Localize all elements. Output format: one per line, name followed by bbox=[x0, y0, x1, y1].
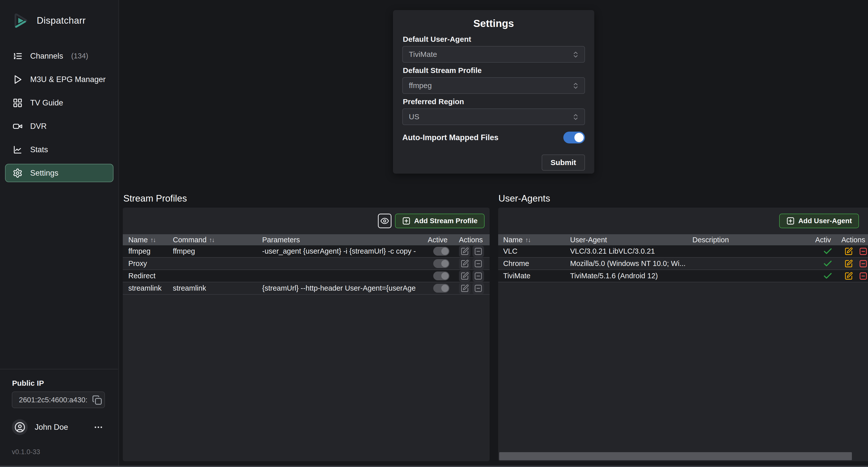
edit-button[interactable] bbox=[459, 283, 470, 294]
edit-button[interactable] bbox=[843, 246, 855, 257]
agent-string: Mozilla/5.0 (Windows NT 10.0; Wi... bbox=[570, 259, 692, 268]
grid-icon bbox=[12, 98, 23, 108]
preferred-region-label: Preferred Region bbox=[403, 97, 585, 106]
active-toggle[interactable] bbox=[433, 272, 450, 280]
default-user-agent-label: Default User-Agent bbox=[403, 35, 585, 43]
dispatcharr-logo-icon bbox=[11, 11, 30, 30]
column-header-name[interactable]: Name↑↓ bbox=[128, 236, 173, 244]
column-header-command[interactable]: Command↑↓ bbox=[173, 236, 262, 244]
select-value: ffmpeg bbox=[403, 81, 432, 90]
preferred-region-select[interactable]: US bbox=[402, 108, 585, 125]
profile-name: streamlink bbox=[128, 284, 173, 292]
default-stream-profile-label: Default Stream Profile bbox=[403, 66, 585, 75]
app-version: v0.1.0-33 bbox=[12, 448, 118, 456]
column-header-description: Description bbox=[692, 236, 815, 244]
chevrons-up-down-icon bbox=[572, 51, 580, 58]
video-camera-icon bbox=[12, 121, 23, 131]
channels-count-badge: (134) bbox=[71, 52, 88, 60]
column-header-active: Activ bbox=[815, 236, 841, 244]
user-agents-panel: Add User-Agent Name↑↓ User-Agent Descrip… bbox=[498, 208, 868, 461]
sidebar-footer: Public IP 2601:2c5:4600:a430: John Doe v… bbox=[0, 369, 118, 467]
remove-button[interactable] bbox=[472, 270, 484, 282]
auto-import-toggle[interactable] bbox=[563, 132, 585, 144]
profile-name: Redirect bbox=[128, 272, 173, 280]
avatar bbox=[12, 419, 28, 435]
sidebar-item-m3u-epg-manager[interactable]: M3U & EPG Manager bbox=[5, 70, 114, 89]
sidebar-item-label: DVR bbox=[30, 122, 46, 131]
toggle-knob bbox=[441, 272, 448, 280]
remove-button[interactable] bbox=[858, 270, 868, 282]
toggle-visibility-button[interactable] bbox=[378, 214, 392, 228]
active-toggle[interactable] bbox=[433, 259, 450, 268]
user-agents-toolbar: Add User-Agent bbox=[498, 208, 868, 234]
copy-ip-button[interactable] bbox=[91, 394, 103, 406]
remove-button[interactable] bbox=[472, 258, 484, 270]
toggle-knob bbox=[441, 285, 448, 292]
agent-name: VLC bbox=[503, 247, 570, 255]
stream-profiles-toolbar: Add Stream Profile bbox=[123, 208, 490, 234]
line-chart-icon bbox=[12, 145, 23, 155]
edit-icon bbox=[460, 259, 469, 268]
profile-parameters: {streamUrl} --http-header User-Agent={us… bbox=[262, 284, 428, 292]
settings-form-title: Settings bbox=[402, 18, 585, 29]
edit-icon bbox=[844, 259, 853, 268]
sidebar-item-stats[interactable]: Stats bbox=[5, 141, 114, 159]
square-minus-icon bbox=[474, 272, 483, 280]
profile-name: Proxy bbox=[128, 259, 173, 268]
user-agents-header: Name↑↓ User-Agent Description Activ Acti… bbox=[498, 234, 868, 245]
remove-button[interactable] bbox=[472, 283, 484, 294]
app-screen: Dispatcharr Channels (134) M3U & EPG Man… bbox=[0, 0, 868, 467]
remove-button[interactable] bbox=[858, 246, 868, 257]
remove-button[interactable] bbox=[472, 246, 484, 257]
active-toggle[interactable] bbox=[433, 284, 450, 292]
ellipsis-icon bbox=[93, 422, 103, 432]
ordered-list-icon bbox=[12, 51, 23, 61]
default-user-agent-select[interactable]: TiviMate bbox=[402, 46, 585, 63]
public-ip-label: Public IP bbox=[12, 379, 118, 387]
sidebar-item-channels[interactable]: Channels (134) bbox=[5, 47, 114, 65]
chevrons-up-down-icon bbox=[572, 82, 580, 90]
column-header-name[interactable]: Name↑↓ bbox=[503, 236, 570, 244]
edit-button[interactable] bbox=[459, 270, 470, 282]
profile-command: ffmpeg bbox=[173, 247, 262, 255]
square-minus-icon bbox=[859, 259, 868, 268]
sidebar-item-label: TV Guide bbox=[30, 98, 63, 107]
sidebar-nav: Channels (134) M3U & EPG Manager TV Guid… bbox=[0, 47, 119, 182]
agent-name: TiviMate bbox=[503, 272, 570, 280]
public-ip-field: 2601:2c5:4600:a430: bbox=[12, 392, 105, 408]
remove-button[interactable] bbox=[858, 258, 868, 270]
page-bottom-scrollbar bbox=[0, 466, 868, 467]
copy-icon bbox=[92, 395, 102, 405]
column-header-user-agent: User-Agent bbox=[570, 236, 692, 244]
table-row: TiviMate TiviMate/5.1.6 (Android 12) bbox=[498, 270, 868, 282]
sidebar-item-dvr[interactable]: DVR bbox=[5, 117, 114, 135]
user-menu-button[interactable] bbox=[91, 420, 105, 434]
toggle-knob bbox=[441, 248, 448, 255]
sidebar: Dispatcharr Channels (134) M3U & EPG Man… bbox=[0, 0, 119, 467]
chevrons-up-down-icon bbox=[572, 113, 580, 121]
edit-icon bbox=[460, 284, 469, 292]
add-user-agent-button[interactable]: Add User-Agent bbox=[779, 214, 859, 228]
default-stream-profile-select[interactable]: ffmpeg bbox=[402, 77, 585, 94]
column-header-active: Active bbox=[428, 236, 459, 244]
square-minus-icon bbox=[474, 284, 483, 292]
table-row: VLC VLC/3.0.21 LibVLC/3.0.21 bbox=[498, 245, 868, 258]
submit-button[interactable]: Submit bbox=[542, 155, 585, 170]
edit-button[interactable] bbox=[459, 246, 470, 257]
user-name: John Doe bbox=[35, 423, 68, 432]
sidebar-item-settings[interactable]: Settings bbox=[5, 164, 114, 182]
edit-button[interactable] bbox=[843, 258, 855, 270]
edit-button[interactable] bbox=[843, 270, 855, 282]
edit-button[interactable] bbox=[459, 258, 470, 270]
app-logo: Dispatcharr bbox=[0, 0, 119, 30]
sidebar-item-label: Channels bbox=[30, 52, 63, 61]
settings-form: Settings Default User-Agent TiviMate Def… bbox=[393, 10, 594, 174]
sidebar-item-tv-guide[interactable]: TV Guide bbox=[5, 94, 114, 112]
sidebar-item-label: Stats bbox=[30, 145, 48, 154]
active-toggle[interactable] bbox=[433, 247, 450, 256]
add-stream-profile-button[interactable]: Add Stream Profile bbox=[395, 214, 485, 228]
horizontal-scrollbar-thumb[interactable] bbox=[499, 452, 852, 460]
square-minus-icon bbox=[474, 247, 483, 256]
square-minus-icon bbox=[474, 259, 483, 268]
column-header-parameters: Parameters bbox=[262, 236, 428, 244]
